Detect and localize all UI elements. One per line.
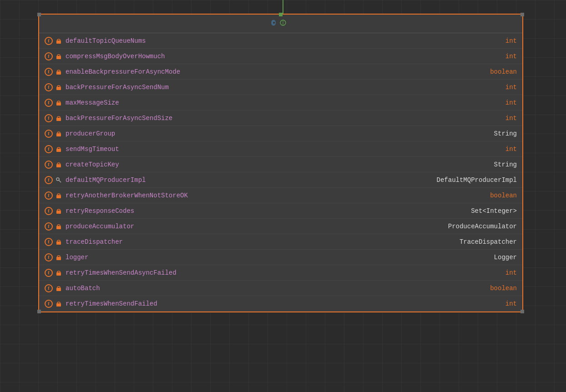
field-type: int	[480, 115, 517, 122]
field-f-icon: f	[45, 222, 53, 231]
field-row[interactable]: f maxMessageSizeint	[39, 95, 522, 111]
svg-rect-20	[56, 303, 61, 307]
svg-point-10	[56, 178, 59, 181]
field-name: sendMsgTimeout	[66, 146, 480, 153]
field-row[interactable]: f producerGroupString	[39, 126, 522, 141]
field-name: logger	[66, 254, 480, 261]
svg-rect-17	[56, 257, 61, 260]
field-row[interactable]: f produceAccumulatorProduceAccumulator	[39, 219, 522, 234]
field-name: retryTimesWhenSendFailed	[66, 300, 480, 307]
field-name: defaultMQProducerImpl	[66, 176, 437, 184]
svg-rect-3	[56, 71, 61, 75]
field-type: DefaultMQProducerImpl	[437, 176, 517, 184]
field-name: autoBatch	[66, 285, 480, 292]
field-type: ProduceAccumulator	[448, 223, 517, 230]
field-type: TraceDispatcher	[460, 238, 517, 246]
svg-line-12	[60, 181, 61, 182]
field-lock-icon	[56, 270, 62, 276]
field-lock-icon	[56, 301, 62, 307]
field-row[interactable]: f retryTimesWhenSendFailedint	[39, 296, 522, 312]
field-f-icon: f	[45, 99, 53, 107]
field-f-icon: f	[45, 52, 53, 60]
field-type: boolean	[480, 285, 517, 292]
class-header: ©	[39, 15, 522, 33]
field-type: Set<Integer>	[471, 207, 517, 215]
svg-rect-14	[56, 211, 61, 214]
top-anchor-dot[interactable]	[279, 13, 283, 16]
field-f-icon: f	[45, 145, 53, 153]
field-name: retryResponseCodes	[66, 207, 471, 215]
resize-handle-tl[interactable]	[37, 13, 41, 16]
resize-handle-bl[interactable]	[37, 310, 41, 313]
field-name: traceDispatcher	[66, 238, 460, 246]
field-f-icon: f	[45, 161, 53, 169]
field-f-icon: f	[45, 238, 53, 246]
field-row[interactable]: f loggerLogger	[39, 250, 522, 265]
field-row[interactable]: f autoBatchboolean	[39, 281, 522, 296]
field-type: Logger	[480, 254, 517, 261]
field-lock-icon	[56, 131, 62, 137]
field-row[interactable]: f compressMsgBodyOverHowmuchint	[39, 49, 522, 64]
class-leaf-icon	[279, 19, 287, 28]
field-lock-icon	[56, 53, 62, 60]
field-lock-icon	[56, 84, 62, 90]
field-name: retryTimesWhenSendAsyncFailed	[66, 269, 480, 276]
field-row[interactable]: f enableBackpressureForAsyncModeboolean	[39, 64, 522, 80]
fields-list: f defaultTopicQueueNumsintf compressMsgB…	[39, 33, 522, 312]
svg-rect-4	[56, 87, 61, 90]
field-type: int	[480, 300, 517, 307]
field-lock-icon	[56, 285, 62, 291]
field-lock-icon	[56, 161, 62, 168]
field-type: int	[480, 37, 517, 45]
field-row[interactable]: f backPressureForAsyncSendSizeint	[39, 111, 522, 126]
svg-rect-19	[56, 288, 61, 291]
field-key-icon	[56, 177, 62, 183]
field-row[interactable]: f traceDispatcherTraceDispatcher	[39, 234, 522, 250]
resize-handle-br[interactable]	[521, 310, 524, 313]
field-name: maxMessageSize	[66, 99, 480, 106]
field-name: backPressureForAsyncSendNum	[66, 84, 480, 91]
field-row[interactable]: f createTopicKeyString	[39, 157, 522, 172]
field-row[interactable]: f retryResponseCodesSet<Integer>	[39, 203, 522, 219]
field-type: int	[480, 269, 517, 276]
svg-rect-13	[56, 195, 61, 198]
field-f-icon: f	[45, 269, 53, 277]
field-type: int	[480, 84, 517, 91]
field-name: retryAnotherBrokerWhenNotStoreOK	[66, 192, 480, 199]
diagram-container: © f defaultTopicQueueNumsintf compressMs…	[0, 0, 566, 392]
svg-rect-9	[56, 164, 61, 167]
field-row[interactable]: f retryAnotherBrokerWhenNotStoreOKboolea…	[39, 188, 522, 203]
field-row[interactable]: f retryTimesWhenSendAsyncFailedint	[39, 265, 522, 281]
class-box: © f defaultTopicQueueNumsintf compressMs…	[38, 14, 523, 312]
field-row[interactable]: f defaultTopicQueueNumsint	[39, 33, 522, 49]
field-lock-icon	[56, 115, 62, 121]
field-type: boolean	[480, 68, 517, 75]
field-type: int	[480, 99, 517, 106]
field-name: compressMsgBodyOverHowmuch	[66, 53, 480, 60]
field-lock-icon	[56, 38, 62, 44]
field-row[interactable]: f sendMsgTimeoutint	[39, 141, 522, 157]
svg-rect-5	[56, 102, 61, 106]
field-name: producerGroup	[66, 130, 480, 137]
field-row[interactable]: f backPressureForAsyncSendNumint	[39, 80, 522, 95]
svg-rect-6	[56, 118, 61, 121]
field-f-icon: f	[45, 300, 53, 308]
field-type: String	[480, 130, 517, 137]
resize-handle-tr[interactable]	[521, 13, 524, 16]
svg-rect-15	[56, 226, 61, 229]
field-type: int	[480, 53, 517, 60]
field-lock-icon	[56, 208, 62, 214]
field-name: defaultTopicQueueNums	[66, 37, 480, 45]
svg-rect-2	[56, 56, 61, 59]
field-lock-icon	[56, 223, 62, 230]
svg-rect-7	[56, 133, 61, 136]
svg-rect-16	[56, 241, 61, 245]
svg-rect-8	[56, 149, 61, 152]
field-f-icon: f	[45, 83, 53, 91]
field-lock-icon	[56, 254, 62, 261]
class-copyright-icon: ©	[271, 20, 276, 28]
field-lock-icon	[56, 239, 62, 245]
field-row[interactable]: f defaultMQProducerImplDefaultMQProducer…	[39, 172, 522, 188]
field-lock-icon	[56, 146, 62, 152]
anchor-line	[283, 0, 283, 14]
